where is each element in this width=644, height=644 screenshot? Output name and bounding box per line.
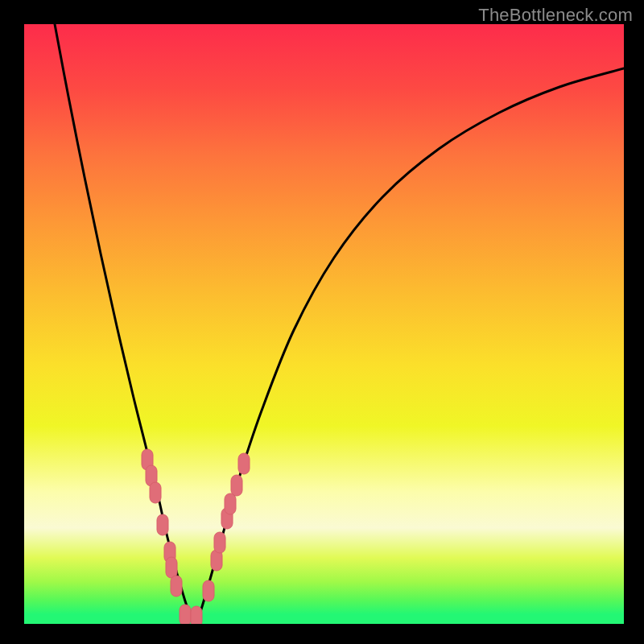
data-pill (203, 580, 214, 601)
data-pill (238, 453, 250, 474)
right-branch-curve (198, 68, 624, 620)
plot-area (24, 24, 624, 624)
curves-layer (24, 24, 624, 624)
watermark-text: TheBottleneck.com (478, 5, 633, 26)
data-pill (157, 514, 168, 535)
data-pill (166, 557, 177, 578)
data-pill (231, 475, 242, 496)
data-pill (225, 493, 236, 514)
marker-group (142, 449, 250, 624)
data-pill (180, 605, 191, 624)
left-branch-curve (55, 24, 198, 620)
data-pill (150, 482, 161, 503)
data-pill (171, 576, 182, 597)
data-pill (191, 606, 202, 624)
outer-frame: TheBottleneck.com (0, 0, 644, 644)
data-pill (214, 532, 225, 553)
